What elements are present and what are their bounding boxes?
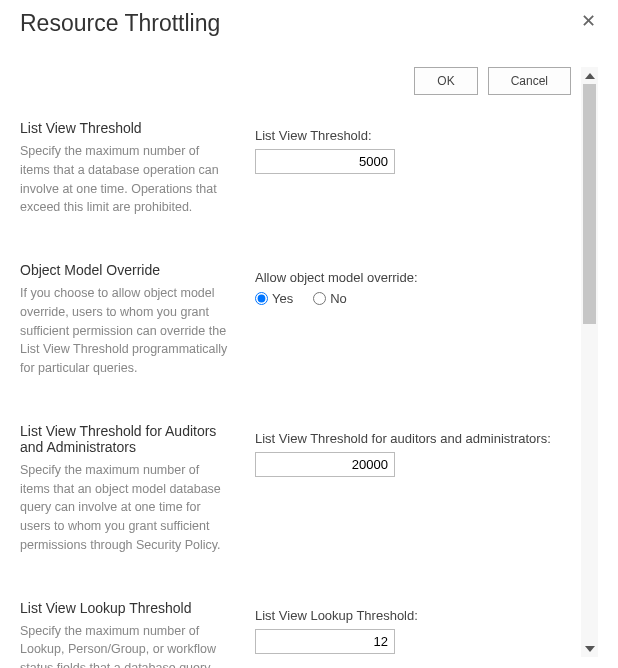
section-desc: If you choose to allow object model over…	[20, 284, 230, 378]
section-left: List View Threshold for Auditors and Adm…	[20, 423, 230, 555]
field-label: Allow object model override:	[255, 270, 571, 285]
content-wrapper: OK Cancel List View Threshold Specify th…	[20, 67, 598, 668]
scrollbar[interactable]	[581, 67, 598, 657]
field-label: List View Threshold for auditors and adm…	[255, 431, 571, 446]
list-view-threshold-input[interactable]	[255, 149, 395, 174]
radio-no-input[interactable]	[313, 292, 326, 305]
button-row: OK Cancel	[20, 67, 571, 95]
dialog-title: Resource Throttling	[20, 10, 220, 37]
cancel-button[interactable]: Cancel	[488, 67, 571, 95]
resource-throttling-dialog: Resource Throttling ✕ OK Cancel List Vie…	[0, 0, 618, 668]
radio-yes-input[interactable]	[255, 292, 268, 305]
field-label: List View Lookup Threshold:	[255, 608, 571, 623]
close-icon[interactable]: ✕	[579, 10, 598, 32]
section-left: List View Threshold Specify the maximum …	[20, 120, 230, 217]
section-lvt-lookup: List View Lookup Threshold Specify the m…	[20, 600, 571, 669]
section-right: List View Lookup Threshold:	[255, 600, 571, 669]
section-desc: Specify the maximum number of Lookup, Pe…	[20, 622, 230, 669]
lvt-lookup-input[interactable]	[255, 629, 395, 654]
section-title: List View Lookup Threshold	[20, 600, 230, 616]
section-left: List View Lookup Threshold Specify the m…	[20, 600, 230, 669]
radio-no-label: No	[330, 291, 347, 306]
field-label: List View Threshold:	[255, 128, 571, 143]
dialog-header: Resource Throttling ✕	[20, 10, 598, 37]
section-desc: Specify the maximum number of items that…	[20, 142, 230, 217]
section-title: List View Threshold for Auditors and Adm…	[20, 423, 230, 455]
section-left: Object Model Override If you choose to a…	[20, 262, 230, 378]
scroll-area: OK Cancel List View Threshold Specify th…	[20, 67, 581, 668]
radio-yes-label: Yes	[272, 291, 293, 306]
scroll-up-icon[interactable]	[581, 67, 598, 84]
section-right: List View Threshold:	[255, 120, 571, 217]
section-right: Allow object model override: Yes No	[255, 262, 571, 378]
section-title: Object Model Override	[20, 262, 230, 278]
section-desc: Specify the maximum number of items that…	[20, 461, 230, 555]
section-right: List View Threshold for auditors and adm…	[255, 423, 571, 555]
ok-button[interactable]: OK	[414, 67, 477, 95]
section-list-view-threshold: List View Threshold Specify the maximum …	[20, 120, 571, 217]
section-title: List View Threshold	[20, 120, 230, 136]
radio-group-override: Yes No	[255, 291, 571, 306]
scroll-thumb[interactable]	[583, 84, 596, 324]
section-lvt-auditors: List View Threshold for Auditors and Adm…	[20, 423, 571, 555]
scroll-down-icon[interactable]	[581, 640, 598, 657]
radio-yes[interactable]: Yes	[255, 291, 293, 306]
section-object-model-override: Object Model Override If you choose to a…	[20, 262, 571, 378]
radio-no[interactable]: No	[313, 291, 347, 306]
lvt-auditors-input[interactable]	[255, 452, 395, 477]
